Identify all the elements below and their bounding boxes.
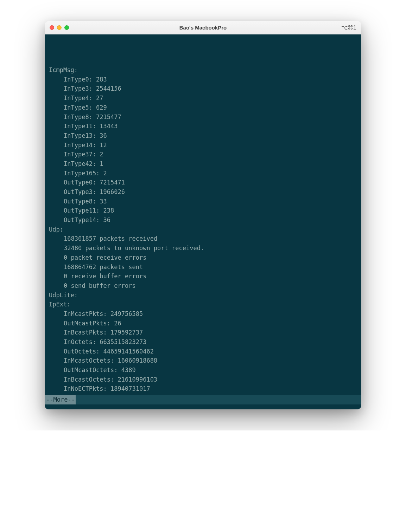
section-header: Udp:: [45, 225, 361, 234]
output-line: 0 receive buffer errors: [45, 272, 361, 281]
minimize-button[interactable]: [57, 25, 62, 30]
terminal-output[interactable]: IcmpMsg:InType0: 283InType3: 2544156InTy…: [45, 34, 361, 409]
more-prompt-label: --More--: [45, 395, 76, 404]
output-line: OutType14: 36: [45, 215, 361, 225]
output-line: InType165: 2: [45, 169, 361, 178]
output-line: InType13: 36: [45, 131, 361, 141]
output-line: OutType0: 7215471: [45, 178, 361, 187]
output-line: InType42: 1: [45, 159, 361, 169]
window-shortcut: ⌥⌘1: [341, 24, 356, 31]
output-line: 168361857 packets received: [45, 234, 361, 244]
output-line: OutMcastPkts: 26: [45, 319, 361, 328]
output-line: InType14: 12: [45, 141, 361, 150]
output-line: OutType3: 1966026: [45, 187, 361, 197]
section-header: IcmpMsg:: [45, 65, 361, 75]
section-header: UdpLite:: [45, 291, 361, 300]
output-line: 168864762 packets sent: [45, 262, 361, 272]
output-line: InOctets: 6635515823273: [45, 337, 361, 347]
output-line: 32480 packets to unknown port received.: [45, 244, 361, 253]
titlebar[interactable]: Bao's MacbookPro ⌥⌘1: [45, 21, 361, 34]
output-line: InType5: 629: [45, 103, 361, 112]
terminal-padding: [45, 404, 361, 409]
output-line: OutType8: 33: [45, 197, 361, 206]
output-line: InType37: 2: [45, 150, 361, 159]
output-line: InType3: 2544156: [45, 84, 361, 93]
traffic-lights: [50, 25, 69, 30]
output-line: InType11: 13443: [45, 122, 361, 131]
close-button[interactable]: [50, 25, 54, 30]
output-line: OutType11: 238: [45, 206, 361, 215]
output-line: OutMcastOctets: 4389: [45, 365, 361, 375]
section-header: IpExt:: [45, 300, 361, 309]
output-line: InBcastOctets: 21610996103: [45, 375, 361, 384]
more-prompt[interactable]: --More--: [45, 395, 361, 404]
output-line: InMcastPkts: 249756585: [45, 309, 361, 319]
output-line: 0 packet receive errors: [45, 253, 361, 262]
output-line: 0 send buffer errors: [45, 281, 361, 291]
terminal-window: Bao's MacbookPro ⌥⌘1 IcmpMsg:InType0: 28…: [45, 21, 361, 409]
window-title: Bao's MacbookPro: [179, 25, 227, 31]
maximize-button[interactable]: [64, 25, 69, 30]
more-prompt-fill: [76, 395, 361, 404]
output-line: OutOctets: 44659141560462: [45, 347, 361, 356]
output-line: InBcastPkts: 179592737: [45, 328, 361, 337]
output-line: InNoECTPkts: 18940731017: [45, 384, 361, 394]
output-line: InType8: 7215477: [45, 112, 361, 122]
output-line: InType0: 283: [45, 75, 361, 84]
output-line: InMcastOctets: 16060918688: [45, 356, 361, 365]
output-line: InType4: 27: [45, 93, 361, 103]
